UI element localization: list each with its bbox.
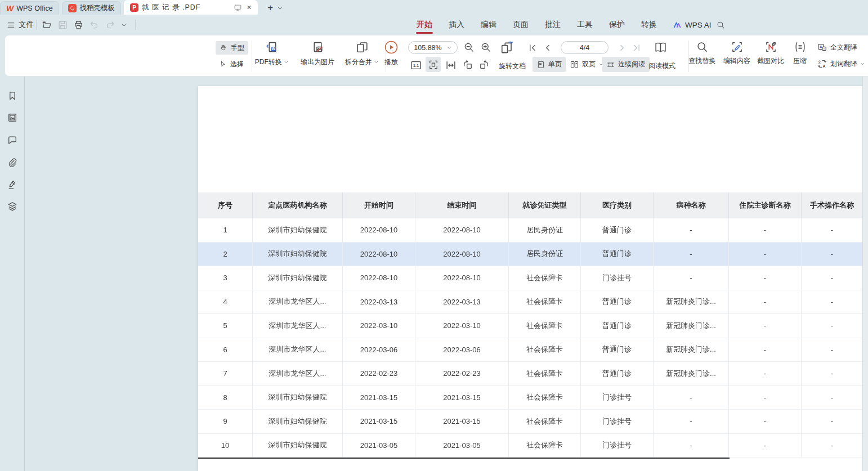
find-replace-button[interactable]: 查找替换: [686, 41, 718, 66]
actual-size-button[interactable]: 1:1: [409, 59, 422, 71]
rotate-right-icon[interactable]: [478, 59, 490, 70]
export-image-label: 输出为图片: [301, 57, 334, 67]
table-cell: 社会保障卡: [509, 338, 581, 362]
split-merge-button[interactable]: 拆分合并: [341, 41, 383, 67]
qat-chevron-icon[interactable]: [120, 21, 128, 29]
continuous-reading-button[interactable]: 连续阅读: [602, 57, 650, 72]
table-cell: 普通门诊: [581, 243, 654, 266]
rotate-left-icon[interactable]: [462, 59, 473, 70]
table-cell: 门诊挂号: [581, 434, 654, 457]
menu-tab-insert[interactable]: 插入: [449, 20, 464, 30]
save-icon[interactable]: [57, 20, 68, 30]
table-cell: 2022-02-23: [415, 362, 509, 385]
reading-mode-icon[interactable]: [654, 41, 668, 55]
zoom-out-icon[interactable]: [463, 42, 475, 53]
thumbnail-pane-icon[interactable]: [7, 112, 18, 123]
edit-content-button[interactable]: 编辑内容: [721, 41, 753, 66]
single-page-button[interactable]: 单页: [533, 57, 566, 72]
table-cell: 深圳市龙华区人...: [253, 314, 343, 338]
file-menu-button[interactable]: 文件: [7, 15, 34, 35]
menu-tab-comment[interactable]: 批注: [545, 20, 561, 30]
layers-icon[interactable]: [7, 201, 18, 212]
open-file-icon[interactable]: [42, 20, 52, 30]
bookmark-icon[interactable]: [7, 90, 18, 101]
table-cell: 2021-03-05: [343, 434, 415, 457]
table-cell: 深圳市龙华区人...: [253, 362, 343, 385]
compress-button[interactable]: 压缩: [788, 41, 812, 66]
fit-width-button[interactable]: [444, 59, 457, 71]
table-cell: 深圳市妇幼保健院: [253, 386, 343, 410]
compress-label: 压缩: [793, 56, 807, 66]
column-header: 就诊凭证类型: [509, 192, 581, 218]
menu-tab-home[interactable]: 开始: [417, 20, 432, 30]
document-viewer[interactable]: 序号定点医药机构名称开始时间结束时间就诊凭证类型医疗类别病种名称住院主诊断名称手…: [25, 77, 868, 471]
next-page-icon[interactable]: [617, 43, 627, 53]
table-cell: -: [802, 314, 862, 338]
tab-list-chevron-icon[interactable]: [276, 1, 284, 15]
table-row: 3深圳市妇幼保健院2022-08-102022-08-10社会保障卡门诊挂号--…: [198, 266, 862, 290]
first-page-icon[interactable]: [527, 43, 538, 53]
page-number-input[interactable]: 4/4: [561, 41, 609, 54]
zoom-in-icon[interactable]: [480, 42, 492, 53]
rotate-pages-icon[interactable]: [500, 41, 514, 55]
column-header: 病种名称: [654, 192, 729, 218]
tab-wps-office[interactable]: W WPS Office: [0, 1, 59, 15]
menu-tab-protect[interactable]: 保护: [609, 20, 625, 30]
table-cell: 2021-03-15: [415, 386, 509, 410]
double-page-button[interactable]: 双页: [566, 57, 607, 72]
select-tool-button[interactable]: 选择: [216, 57, 248, 71]
screenshot-compare-icon: [764, 41, 777, 53]
screenshot-compare-button[interactable]: 截图对比: [755, 41, 786, 66]
zoom-level-dropdown[interactable]: 105.88%: [408, 41, 458, 54]
menu-search-icon[interactable]: [716, 20, 726, 30]
reading-mode-label[interactable]: 阅读模式: [648, 61, 675, 71]
word-translate-icon: 文A: [817, 59, 827, 69]
print-icon[interactable]: [73, 20, 84, 30]
table-cell: 社会保障卡: [509, 314, 581, 338]
svg-text:1:1: 1:1: [413, 64, 419, 68]
fit-page-button[interactable]: [426, 57, 441, 72]
separate-window-icon[interactable]: [234, 3, 242, 12]
comment-pane-icon[interactable]: [7, 134, 18, 146]
vertical-scrollbar[interactable]: [862, 77, 868, 471]
table-cell: 普通门诊: [581, 218, 654, 242]
rotate-doc-label[interactable]: 旋转文档: [499, 61, 526, 71]
full-translate-label: 全文翻译: [830, 43, 857, 52]
pdf-convert-button[interactable]: W PDF转换: [249, 41, 294, 67]
menu-tab-tools[interactable]: 工具: [577, 20, 593, 30]
menu-tab-edit[interactable]: 编辑: [481, 20, 496, 30]
signature-icon[interactable]: [7, 179, 18, 190]
wps-ai-button[interactable]: WPS AI: [673, 20, 712, 29]
table-cell: 深圳市妇幼保健院: [253, 410, 343, 433]
word-translate-button[interactable]: 文A 划词翻译: [817, 59, 865, 69]
menu-tab-page[interactable]: 页面: [513, 20, 529, 30]
full-translate-button[interactable]: A文 全文翻译: [817, 42, 857, 53]
table-row: 7深圳市龙华区人...2022-02-232022-02-23社会保障卡普通门诊…: [198, 362, 862, 386]
table-cell: 普通门诊: [581, 290, 654, 314]
last-page-icon[interactable]: [632, 43, 642, 53]
table-cell: -: [729, 266, 802, 290]
table-cell: -: [654, 243, 729, 266]
new-tab-button[interactable]: +: [264, 1, 276, 15]
attachment-icon[interactable]: [7, 157, 18, 168]
redo-icon[interactable]: [105, 20, 115, 30]
tab-docer-templates[interactable]: 找稻壳模板: [62, 1, 122, 15]
table-cell: 2022-02-23: [343, 362, 415, 385]
hand-tool-button[interactable]: 手型: [216, 41, 248, 55]
table-cell: 2022-08-10: [415, 243, 509, 266]
undo-icon[interactable]: [89, 20, 100, 30]
export-image-button[interactable]: 输出为图片: [294, 41, 341, 67]
table-header-row: 序号定点医药机构名称开始时间结束时间就诊凭证类型医疗类别病种名称住院主诊断名称手…: [198, 192, 862, 218]
menu-tab-convert[interactable]: 转换: [641, 20, 657, 30]
table-row: 2深圳市妇幼保健院2022-08-102022-08-10居民身份证普通门诊--…: [198, 243, 862, 267]
menu-bar: 文件 开始 插入 编辑 页面 批注 工具 保护 转换 WPS AI: [0, 15, 868, 35]
table-cell: -: [729, 434, 802, 457]
pdf-convert-icon: W: [265, 41, 279, 55]
table-cell: -: [654, 218, 729, 242]
close-tab-icon[interactable]: ✕: [247, 4, 252, 11]
wps-office-window: W WPS Office 找稻壳模板 P 就 医 记 录 .PDF ✕ + 文件: [0, 0, 868, 471]
previous-page-icon[interactable]: [543, 43, 553, 53]
tab-document-pdf[interactable]: P 就 医 记 录 .PDF ✕: [124, 0, 258, 15]
play-button[interactable]: 播放: [379, 40, 404, 67]
table-cell: -: [729, 386, 802, 410]
